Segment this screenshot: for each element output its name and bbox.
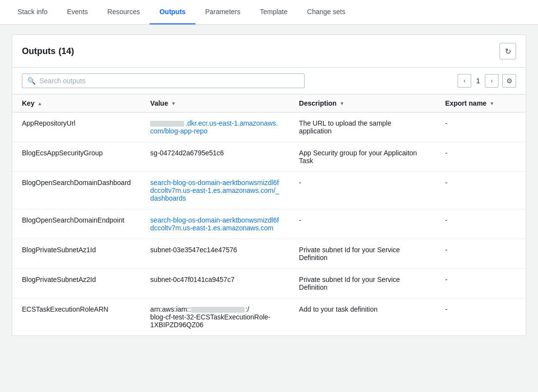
page-number: 1 [473, 77, 483, 85]
cell-key-6: ECSTaskExecutionRoleARN [12, 299, 140, 336]
tab-template[interactable]: Template [250, 0, 297, 24]
tab-change-sets[interactable]: Change sets [297, 0, 355, 24]
prev-page-button[interactable]: ‹ [458, 74, 471, 88]
cell-export-name-6: - [436, 299, 526, 336]
search-input[interactable] [39, 77, 299, 85]
cell-export-name-5: - [436, 269, 526, 299]
cell-value-3: search-blog-os-domain-aerktbonwsmizdl6fd… [140, 209, 289, 239]
cell-value-4: subnet-03e3547ec14e47576 [140, 239, 289, 269]
col-header-key: Key ▲ [12, 94, 140, 112]
table-row: AppRepositoryUrl.dkr.ecr.us-east-1.amazo… [12, 112, 526, 142]
cell-description-1: App Security group for your Applicaiton … [289, 142, 436, 172]
cell-value-0: .dkr.ecr.us-east-1.amazonaws.com/blog-ap… [140, 112, 289, 142]
outputs-table: Key ▲ Value ▼ Description [12, 94, 526, 336]
col-header-value: Value ▼ [140, 94, 289, 112]
table-row: BlogPrivateSubnetAz1Idsubnet-03e3547ec14… [12, 239, 526, 269]
panel-count: (14) [58, 46, 74, 56]
cell-value-2: search-blog-os-domain-aerktbonwsmizdl6fd… [140, 172, 289, 209]
export-sort-icon[interactable]: ▼ [489, 101, 494, 106]
table-row: BlogPrivateSubnetAz2Idsubnet-0c47f0141ca… [12, 269, 526, 299]
refresh-button[interactable]: ↻ [500, 43, 516, 59]
cell-key-4: BlogPrivateSubnetAz1Id [12, 239, 140, 269]
col-header-description: Description ▼ [289, 94, 436, 112]
panel-title: Outputs [22, 46, 56, 56]
pagination-area: ‹ 1 › ⚙ [458, 74, 516, 88]
cell-description-0: The URL to upload the sample application [289, 112, 436, 142]
search-wrapper: 🔍 [22, 74, 305, 88]
table-row: BlogEcsAppSecurityGroupsg-04724d2a6795e5… [12, 142, 526, 172]
table-row: BlogOpenSearchDomainEndpointsearch-blog-… [12, 209, 526, 239]
cell-export-name-4: - [436, 239, 526, 269]
col-header-export-name: Export name ▼ [436, 94, 526, 112]
cell-export-name-0: - [436, 112, 526, 142]
next-page-button[interactable]: › [485, 74, 499, 88]
table-settings-button[interactable]: ⚙ [502, 74, 516, 88]
desc-sort-icon[interactable]: ▼ [340, 101, 345, 106]
main-content: Outputs (14) ↻ 🔍 ‹ 1 › ⚙ [0, 25, 538, 346]
cell-key-0: AppRepositoryUrl [12, 112, 140, 142]
tab-events[interactable]: Events [57, 0, 97, 24]
table-row: ECSTaskExecutionRoleARNarn:aws:iam:::/ b… [12, 299, 526, 336]
cell-export-name-3: - [436, 209, 526, 239]
cell-key-3: BlogOpenSearchDomainEndpoint [12, 209, 140, 239]
key-sort-asc-icon[interactable]: ▲ [38, 101, 42, 106]
tab-bar: Stack infoEventsResourcesOutputsParamete… [0, 0, 538, 25]
tab-outputs[interactable]: Outputs [150, 0, 195, 24]
cell-description-3: - [289, 209, 436, 239]
cell-description-6: Add to your task definition [289, 299, 436, 336]
cell-description-5: Private subnet Id for your Service Defin… [289, 269, 436, 299]
search-icon: 🔍 [27, 77, 36, 85]
cell-description-2: - [289, 172, 436, 209]
tab-parameters[interactable]: Parameters [195, 0, 250, 24]
cell-description-4: Private subnet Id for your Service Defin… [289, 239, 436, 269]
value-sort-icon[interactable]: ▼ [171, 101, 176, 106]
cell-value-6: arn:aws:iam:::/ blog-cf-test-32-ECSTaskE… [140, 299, 289, 336]
cell-value-1: sg-04724d2a6795e51c6 [140, 142, 289, 172]
tab-resources[interactable]: Resources [97, 0, 150, 24]
tab-stack-info[interactable]: Stack info [8, 0, 57, 24]
cell-key-5: BlogPrivateSubnetAz2Id [12, 269, 140, 299]
cell-export-name-2: - [436, 172, 526, 209]
cell-key-2: BlogOpenSearchDomainDashboard [12, 172, 140, 209]
panel-header: Outputs (14) ↻ [12, 35, 526, 68]
cell-value-5: subnet-0c47f0141ca9457c7 [140, 269, 289, 299]
outputs-panel: Outputs (14) ↻ 🔍 ‹ 1 › ⚙ [12, 35, 526, 336]
table-header-row: Key ▲ Value ▼ Description [12, 94, 526, 112]
cell-export-name-1: - [436, 142, 526, 172]
cell-key-1: BlogEcsAppSecurityGroup [12, 142, 140, 172]
table-row: BlogOpenSearchDomainDashboardsearch-blog… [12, 172, 526, 209]
